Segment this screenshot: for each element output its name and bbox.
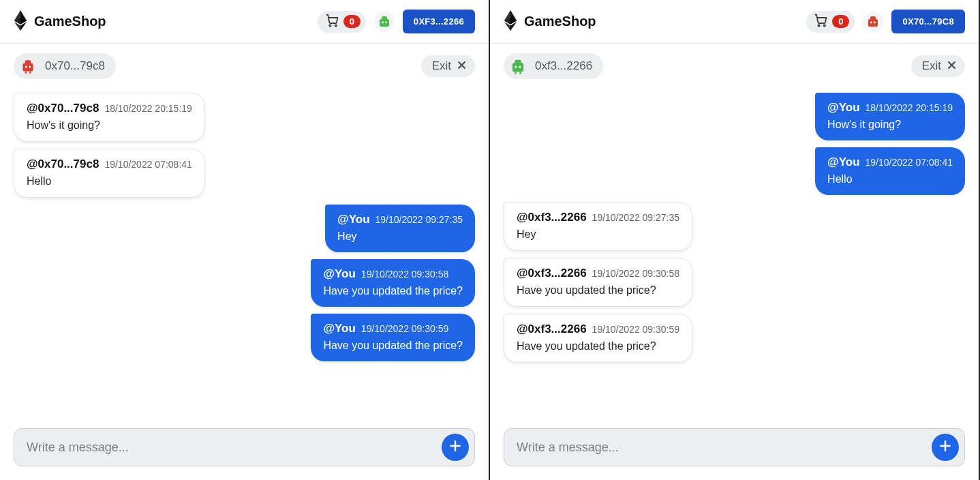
compose-bar — [504, 428, 965, 466]
message-body: Hello — [827, 173, 953, 185]
user-avatar[interactable] — [374, 12, 395, 32]
message-body: How's it going? — [27, 119, 192, 132]
svg-point-5 — [385, 21, 387, 23]
message-timestamp: 18/10/2022 20:15:19 — [104, 103, 192, 114]
svg-rect-11 — [29, 72, 31, 74]
message-sender: @0xf3...2266 — [517, 267, 587, 280]
ethereum-icon — [14, 10, 27, 33]
brand-name: GameShop — [524, 14, 596, 29]
plus-icon — [938, 439, 952, 455]
svg-point-20 — [515, 66, 517, 68]
svg-point-1 — [335, 25, 337, 27]
message-timestamp: 19/10/2022 09:30:59 — [361, 323, 448, 334]
user-avatar[interactable] — [863, 12, 883, 32]
message-timestamp: 19/10/2022 09:30:59 — [592, 324, 679, 335]
exit-label: Exit — [432, 59, 451, 73]
cart-icon — [813, 14, 828, 30]
message-sender: @You — [337, 213, 369, 226]
chat-partner-pill[interactable]: 0x70...79c8 — [14, 53, 116, 79]
message-timestamp: 19/10/2022 07:08:41 — [104, 159, 192, 170]
message-list: @0x70...79c8 18/10/2022 20:15:19 How's i… — [0, 79, 489, 428]
svg-point-16 — [871, 21, 873, 23]
exit-label: Exit — [922, 59, 941, 73]
wallet-address-button[interactable]: 0XF3...2266 — [403, 10, 475, 33]
svg-rect-23 — [519, 72, 521, 74]
message-input[interactable] — [517, 440, 932, 455]
header-actions: 0 0X70...79C8 — [806, 10, 965, 33]
partner-avatar — [508, 56, 528, 76]
ethereum-icon — [504, 10, 517, 33]
message-bubble: @You 18/10/2022 20:15:19 How's it going? — [815, 93, 965, 140]
robot-avatar-icon — [865, 14, 881, 30]
svg-rect-10 — [25, 72, 27, 74]
message-bubble: @0xf3...2266 19/10/2022 09:27:35 Hey — [504, 202, 692, 251]
message-timestamp: 18/10/2022 20:15:19 — [866, 102, 953, 113]
partner-address: 0x70...79c8 — [45, 59, 105, 73]
message-body: Hey — [337, 230, 463, 243]
cart-count-badge: 0 — [832, 15, 849, 28]
cart-button[interactable]: 0 — [806, 11, 855, 33]
message-body: Hello — [27, 175, 192, 188]
message-timestamp: 19/10/2022 09:30:58 — [592, 268, 679, 279]
app-pane-left: GameShop 0 0XF3...2266 0x70...79c8 Exit — [0, 0, 490, 480]
message-body: Have you updated the price? — [517, 340, 679, 352]
partner-address: 0xf3...2266 — [535, 59, 592, 73]
svg-rect-14 — [868, 19, 878, 27]
message-timestamp: 19/10/2022 07:08:41 — [866, 157, 953, 168]
header-actions: 0 0XF3...2266 — [318, 10, 475, 33]
message-body: Have you updated the price? — [323, 285, 463, 297]
exit-button[interactable]: Exit — [911, 55, 965, 77]
chat-subheader: 0xf3...2266 Exit — [490, 44, 979, 79]
svg-point-17 — [874, 21, 876, 23]
svg-rect-7 — [25, 60, 31, 63]
message-sender: @You — [323, 267, 355, 281]
svg-rect-18 — [512, 63, 523, 72]
cart-button[interactable]: 0 — [318, 11, 366, 33]
message-timestamp: 19/10/2022 09:27:35 — [376, 214, 463, 225]
message-bubble: @0xf3...2266 19/10/2022 09:30:59 Have yo… — [504, 314, 692, 363]
svg-point-12 — [818, 25, 820, 27]
message-list: @You 18/10/2022 20:15:19 How's it going?… — [490, 79, 979, 428]
app-pane-right: GameShop 0 0X70...79C8 0xf3...2266 Exit — [490, 0, 980, 480]
message-bubble: @You 19/10/2022 07:08:41 Hello — [815, 147, 965, 195]
svg-point-4 — [382, 21, 384, 23]
svg-rect-3 — [382, 16, 387, 20]
message-sender: @0xf3...2266 — [517, 211, 587, 224]
close-icon — [457, 60, 467, 73]
svg-rect-15 — [870, 16, 876, 20]
send-button[interactable] — [442, 434, 469, 461]
message-body: How's it going? — [827, 119, 953, 131]
message-timestamp: 19/10/2022 09:27:35 — [592, 212, 679, 223]
robot-avatar-icon — [508, 57, 527, 76]
wallet-address-button[interactable]: 0X70...79C8 — [891, 10, 965, 33]
compose-bar — [14, 428, 475, 466]
cart-count-badge: 0 — [343, 15, 361, 28]
brand-name: GameShop — [34, 14, 106, 29]
message-sender: @0x70...79c8 — [27, 102, 99, 115]
message-bubble: @You 19/10/2022 09:30:59 Have you update… — [311, 314, 475, 361]
message-input[interactable] — [27, 440, 442, 455]
message-body: Hey — [517, 228, 679, 241]
robot-avatar-icon — [19, 57, 37, 75]
svg-rect-19 — [515, 60, 521, 64]
svg-rect-6 — [22, 63, 33, 72]
exit-button[interactable]: Exit — [421, 55, 475, 77]
brand[interactable]: GameShop — [14, 10, 106, 33]
svg-point-13 — [824, 25, 826, 27]
message-timestamp: 19/10/2022 09:30:58 — [361, 269, 448, 280]
message-bubble: @0x70...79c8 19/10/2022 07:08:41 Hello — [14, 149, 205, 198]
message-bubble: @You 19/10/2022 09:27:35 Hey — [325, 205, 475, 252]
message-sender: @You — [827, 101, 859, 115]
robot-avatar-icon — [376, 14, 393, 30]
chat-partner-pill[interactable]: 0xf3...2266 — [504, 53, 603, 79]
header: GameShop 0 0X70...79C8 — [490, 0, 979, 44]
brand[interactable]: GameShop — [504, 10, 596, 33]
message-sender: @0xf3...2266 — [517, 322, 587, 336]
send-button[interactable] — [932, 434, 959, 461]
svg-point-8 — [25, 66, 27, 68]
svg-rect-22 — [515, 72, 516, 74]
svg-point-9 — [29, 66, 31, 68]
svg-rect-2 — [380, 19, 389, 27]
partner-avatar — [18, 56, 38, 76]
message-body: Have you updated the price? — [517, 284, 679, 297]
